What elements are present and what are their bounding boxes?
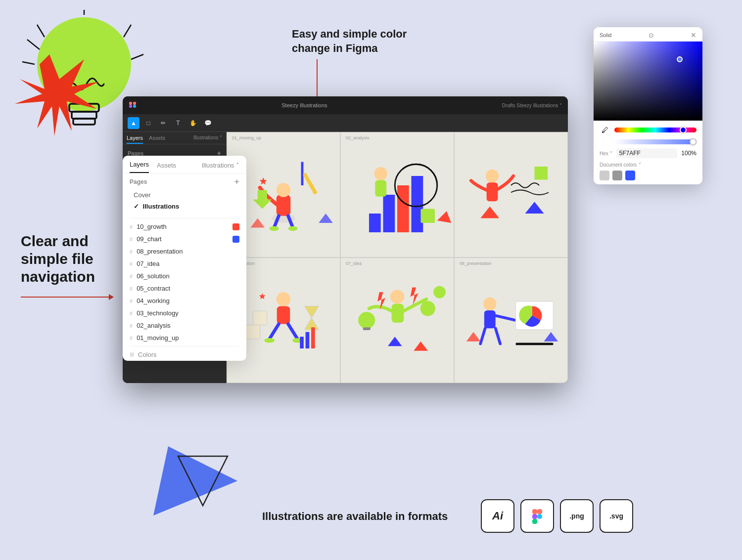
figma-logo-icon bbox=[129, 101, 137, 109]
svg-marker-40 bbox=[437, 211, 452, 223]
opacity-row bbox=[600, 139, 696, 144]
triangle-blue-decoration bbox=[148, 441, 257, 530]
canvas-cell-6: 08_presentation bbox=[454, 258, 568, 383]
assets-tab[interactable]: Assets bbox=[149, 135, 165, 144]
svg-rect-28 bbox=[303, 172, 318, 195]
svg-line-4 bbox=[27, 40, 40, 49]
lp-layer-05-contract[interactable]: # 05_contract bbox=[123, 282, 246, 295]
figma-canvas: 01_moving_up bbox=[227, 132, 568, 383]
hue-row: 🖊 bbox=[600, 125, 696, 135]
picker-controls: 🖊 Hex ˅ 5F7AFF 100% Document colors ˅ bbox=[594, 121, 702, 184]
format-png-badge: .png bbox=[560, 499, 594, 533]
canvas-cell-2: 02_analysis bbox=[340, 132, 454, 258]
format-badges: Ai .png .svg bbox=[481, 499, 633, 533]
svg-point-24 bbox=[277, 183, 291, 197]
lp-illustrations-btn[interactable]: Illustrations ˄ bbox=[202, 162, 239, 173]
lp-divider-2 bbox=[130, 346, 239, 346]
illus-idea bbox=[341, 258, 454, 383]
svg-rect-50 bbox=[253, 311, 267, 325]
lp-layer-09-chart[interactable]: # 09_chart bbox=[123, 233, 246, 245]
swatch-gray-light[interactable] bbox=[600, 171, 609, 180]
svg-rect-15 bbox=[532, 519, 537, 524]
picker-mode-label[interactable]: Solid bbox=[600, 32, 611, 38]
swatch-blue[interactable] bbox=[625, 171, 635, 180]
svg-rect-55 bbox=[306, 332, 310, 348]
svg-rect-34 bbox=[412, 176, 423, 232]
svg-marker-27 bbox=[260, 177, 267, 185]
svg-rect-33 bbox=[397, 185, 409, 232]
svg-marker-10 bbox=[15, 54, 99, 136]
hand-tool[interactable]: ✋ bbox=[187, 117, 199, 129]
figma-toolbar: ▲ □ ✏ T ✋ 💬 bbox=[123, 114, 568, 132]
lp-colors-section: ⊞ Colors bbox=[123, 348, 246, 361]
illus-presentation bbox=[455, 258, 567, 383]
svg-marker-72 bbox=[544, 332, 558, 342]
lp-add-page-btn[interactable]: + bbox=[234, 177, 239, 186]
hex-value[interactable]: 5F7AFF bbox=[616, 148, 678, 158]
comment-tool[interactable]: 💬 bbox=[202, 117, 214, 129]
svg-point-62 bbox=[433, 286, 446, 299]
color-gradient-canvas[interactable] bbox=[594, 42, 702, 121]
svg-marker-73 bbox=[466, 332, 481, 342]
lp-layer-01-moving-up[interactable]: # 01_moving_up bbox=[123, 332, 246, 344]
svg-rect-31 bbox=[369, 214, 381, 232]
layer-color-indicator bbox=[232, 236, 239, 243]
breadcrumb: Drafts Steezy Illustrations ˅ bbox=[502, 103, 562, 108]
svg-line-8 bbox=[124, 25, 131, 37]
svg-point-21 bbox=[133, 105, 136, 108]
svg-point-59 bbox=[358, 312, 375, 329]
svg-rect-60 bbox=[363, 327, 371, 330]
figma-icon bbox=[529, 508, 545, 524]
lp-layer-03-technology[interactable]: # 03_technology bbox=[123, 307, 246, 319]
move-tool[interactable]: ▲ bbox=[128, 117, 139, 129]
lp-layer-06-solution[interactable]: # 06_solution bbox=[123, 270, 246, 282]
eyedropper-btn[interactable]: 🖊 bbox=[600, 125, 610, 135]
lp-layer-04-working[interactable]: # 04_working bbox=[123, 295, 246, 307]
svg-rect-43 bbox=[535, 167, 548, 180]
canvas-grid: 01_moving_up bbox=[227, 132, 568, 383]
svg-rect-14 bbox=[532, 514, 537, 519]
svg-rect-68 bbox=[484, 310, 496, 328]
svg-line-6 bbox=[37, 25, 45, 37]
nav-arrow bbox=[21, 297, 110, 298]
lp-layer-10-growth[interactable]: # 10_growth bbox=[123, 220, 246, 233]
lp-assets-tab[interactable]: Assets bbox=[157, 162, 176, 173]
format-svg-badge: .svg bbox=[600, 499, 633, 533]
svg-rect-51 bbox=[246, 325, 260, 340]
lp-pages-header: Pages + bbox=[130, 177, 239, 186]
svg-marker-30 bbox=[251, 218, 265, 228]
picker-settings-icon[interactable]: ⊙ bbox=[649, 32, 654, 39]
lp-page-cover[interactable]: Cover bbox=[130, 189, 239, 201]
lp-page-illustrations[interactable]: ✓ Illustrations bbox=[130, 201, 239, 212]
frame-tool[interactable]: □ bbox=[142, 117, 154, 129]
layers-panel: Layers Assets Illustrations ˄ Pages + Co… bbox=[123, 156, 246, 361]
layers-tab[interactable]: Layers bbox=[127, 135, 143, 144]
swatch-gray-mid[interactable] bbox=[612, 171, 622, 180]
svg-marker-66 bbox=[414, 342, 428, 351]
lp-pages-section: Pages + Cover ✓ Illustrations bbox=[123, 173, 246, 216]
illustrations-label: Illustrations ˄ bbox=[193, 135, 222, 144]
lp-layers-tab[interactable]: Layers bbox=[130, 161, 149, 173]
svg-marker-52 bbox=[305, 306, 319, 330]
picker-close-btn[interactable]: ✕ bbox=[691, 31, 696, 39]
color-picker-panel: Solid ⊙ ✕ 🖊 Hex ˅ 5F7AFF 100% Document c… bbox=[594, 27, 702, 184]
hue-thumb bbox=[680, 127, 687, 133]
lp-layer-08-presentation[interactable]: # 08_presentation bbox=[123, 245, 246, 258]
opacity-thumb bbox=[690, 138, 696, 145]
pen-tool[interactable]: ✏ bbox=[157, 117, 169, 129]
svg-marker-29 bbox=[319, 214, 333, 223]
hue-slider[interactable] bbox=[614, 128, 696, 132]
svg-marker-45 bbox=[480, 207, 499, 218]
svg-rect-13 bbox=[532, 509, 537, 514]
opacity-value[interactable]: 100% bbox=[681, 150, 696, 157]
svg-rect-47 bbox=[277, 306, 290, 324]
opacity-slider[interactable] bbox=[614, 139, 696, 144]
lp-layer-02-analysis[interactable]: # 02_analysis bbox=[123, 319, 246, 332]
text-tool[interactable]: T bbox=[172, 117, 184, 129]
format-figma-badge bbox=[520, 499, 554, 533]
lp-layer-07-idea[interactable]: # 07_idea bbox=[123, 258, 246, 270]
svg-point-26 bbox=[288, 226, 298, 231]
svg-rect-58 bbox=[392, 304, 404, 323]
illus-cell3 bbox=[455, 132, 567, 257]
svg-rect-16 bbox=[537, 509, 542, 514]
